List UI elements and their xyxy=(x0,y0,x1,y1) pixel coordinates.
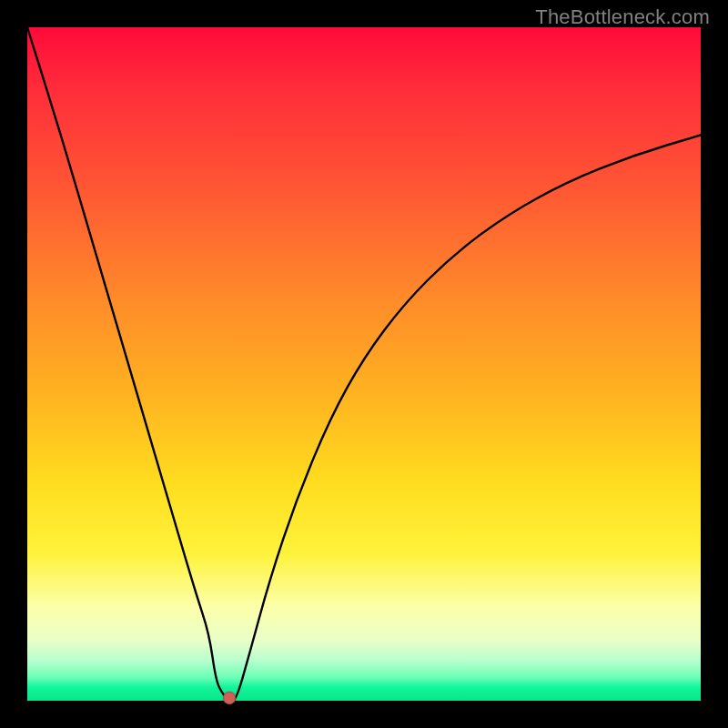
min-marker xyxy=(223,692,236,704)
bottleneck-curve xyxy=(27,27,701,701)
watermark-text: TheBottleneck.com xyxy=(535,5,710,29)
chart-frame: TheBottleneck.com xyxy=(0,0,728,728)
plot-area xyxy=(27,27,701,701)
